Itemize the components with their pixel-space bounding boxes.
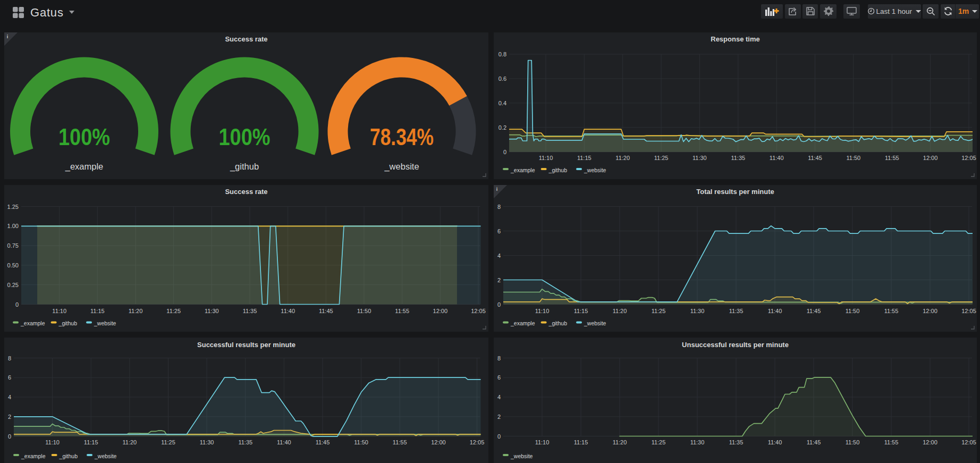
svg-text:Successful results per minute: Successful results per minute — [197, 341, 295, 349]
svg-text:8: 8 — [8, 355, 11, 361]
svg-text:11:45: 11:45 — [807, 439, 821, 445]
svg-text:_example: _example — [510, 320, 535, 326]
svg-text:12:05: 12:05 — [961, 155, 976, 161]
svg-text:12:00: 12:00 — [923, 155, 938, 161]
svg-text:11:35: 11:35 — [243, 308, 257, 314]
svg-text:Unsuccessful results per minut: Unsuccessful results per minute — [682, 341, 789, 349]
svg-text:Success rate: Success rate — [225, 188, 267, 196]
svg-text:11:50: 11:50 — [846, 439, 860, 445]
svg-text:_website: _website — [584, 320, 606, 326]
svg-text:11:55: 11:55 — [884, 439, 899, 445]
svg-text:11:55: 11:55 — [885, 155, 899, 161]
svg-text:_example: _example — [21, 453, 46, 459]
svg-text:_github: _github — [58, 320, 78, 326]
svg-text:4: 4 — [497, 394, 501, 400]
svg-text:8: 8 — [497, 204, 501, 210]
svg-text:0.4: 0.4 — [499, 100, 506, 106]
svg-text:11:55: 11:55 — [395, 308, 409, 314]
svg-text:11:15: 11:15 — [574, 308, 588, 314]
svg-text:11:40: 11:40 — [281, 308, 295, 314]
svg-text:12:05: 12:05 — [961, 439, 976, 445]
svg-text:_website: _website — [584, 167, 606, 173]
svg-text:100%: 100% — [58, 124, 110, 150]
svg-text:11:20: 11:20 — [129, 308, 143, 314]
svg-text:11:10: 11:10 — [535, 439, 550, 445]
svg-text:6: 6 — [497, 374, 501, 381]
svg-text:0.6: 0.6 — [499, 75, 506, 82]
svg-text:78.34%: 78.34% — [370, 124, 434, 150]
svg-text:11:45: 11:45 — [316, 439, 330, 445]
svg-text:_website: _website — [510, 453, 533, 459]
svg-text:11:40: 11:40 — [277, 439, 291, 445]
svg-text:11:35: 11:35 — [729, 308, 744, 314]
svg-text:_website: _website — [384, 162, 419, 172]
svg-text:12:00: 12:00 — [431, 439, 446, 445]
svg-text:_github: _github — [230, 162, 259, 172]
svg-text:11:25: 11:25 — [161, 439, 175, 445]
svg-text:11:15: 11:15 — [84, 439, 98, 445]
svg-text:0.2: 0.2 — [499, 124, 506, 131]
svg-text:11:50: 11:50 — [354, 439, 368, 445]
svg-text:i: i — [7, 34, 9, 39]
svg-text:11:30: 11:30 — [690, 308, 705, 314]
svg-text:0.8: 0.8 — [499, 51, 506, 57]
svg-text:11:45: 11:45 — [808, 155, 822, 161]
svg-text:11:10: 11:10 — [535, 308, 550, 314]
svg-text:11:20: 11:20 — [615, 155, 630, 161]
svg-text:11:20: 11:20 — [613, 439, 627, 445]
svg-text:11:35: 11:35 — [729, 439, 744, 445]
svg-text:0: 0 — [503, 149, 506, 155]
svg-text:12:05: 12:05 — [470, 439, 485, 445]
svg-text:Success rate: Success rate — [225, 35, 267, 43]
svg-text:_example: _example — [65, 162, 104, 172]
svg-text:_github: _github — [548, 320, 568, 326]
svg-text:1.00: 1.00 — [7, 223, 19, 229]
svg-text:2: 2 — [497, 414, 501, 420]
svg-text:11:20: 11:20 — [123, 439, 137, 445]
svg-text:11:55: 11:55 — [884, 308, 899, 314]
svg-text:11:30: 11:30 — [692, 155, 707, 161]
svg-text:0: 0 — [8, 433, 11, 440]
svg-text:11:50: 11:50 — [846, 308, 860, 314]
svg-text:_github: _github — [59, 453, 78, 459]
svg-text:0: 0 — [497, 301, 501, 308]
svg-text:12:00: 12:00 — [923, 439, 937, 445]
svg-text:6: 6 — [8, 374, 11, 381]
svg-text:11:15: 11:15 — [574, 439, 588, 445]
svg-text:11:40: 11:40 — [768, 439, 782, 445]
svg-text:4: 4 — [497, 252, 501, 259]
svg-text:8: 8 — [497, 355, 501, 361]
svg-text:11:30: 11:30 — [200, 439, 214, 445]
svg-text:4: 4 — [8, 394, 11, 400]
svg-text:11:50: 11:50 — [357, 308, 371, 314]
svg-text:12:00: 12:00 — [433, 308, 448, 314]
svg-text:0.50: 0.50 — [7, 262, 19, 268]
svg-text:6: 6 — [497, 228, 501, 234]
svg-text:11:25: 11:25 — [166, 308, 181, 314]
svg-text:1.25: 1.25 — [7, 204, 19, 210]
svg-text:_example: _example — [510, 167, 535, 173]
svg-text:0: 0 — [497, 433, 501, 440]
svg-text:11:40: 11:40 — [770, 155, 784, 161]
svg-text:11:25: 11:25 — [652, 308, 666, 314]
svg-text:Total results per minute: Total results per minute — [696, 188, 774, 196]
svg-text:12:00: 12:00 — [923, 308, 937, 314]
svg-text:Response time: Response time — [711, 35, 759, 43]
svg-text:0.25: 0.25 — [7, 282, 19, 288]
svg-text:2: 2 — [8, 414, 11, 420]
svg-text:11:45: 11:45 — [319, 308, 333, 314]
svg-text:_github: _github — [548, 167, 568, 173]
svg-text:_website: _website — [94, 320, 116, 326]
svg-text:0: 0 — [15, 301, 19, 308]
svg-text:11:15: 11:15 — [90, 308, 105, 314]
svg-text:11:45: 11:45 — [807, 308, 821, 314]
svg-text:11:25: 11:25 — [654, 155, 669, 161]
svg-text:11:35: 11:35 — [731, 155, 745, 161]
svg-text:0.75: 0.75 — [7, 242, 19, 249]
svg-text:100%: 100% — [219, 124, 271, 150]
svg-text:i: i — [496, 187, 498, 192]
svg-text:11:20: 11:20 — [613, 308, 627, 314]
svg-text:_website: _website — [94, 453, 117, 459]
svg-text:11:35: 11:35 — [238, 439, 252, 445]
svg-text:11:10: 11:10 — [52, 308, 66, 314]
